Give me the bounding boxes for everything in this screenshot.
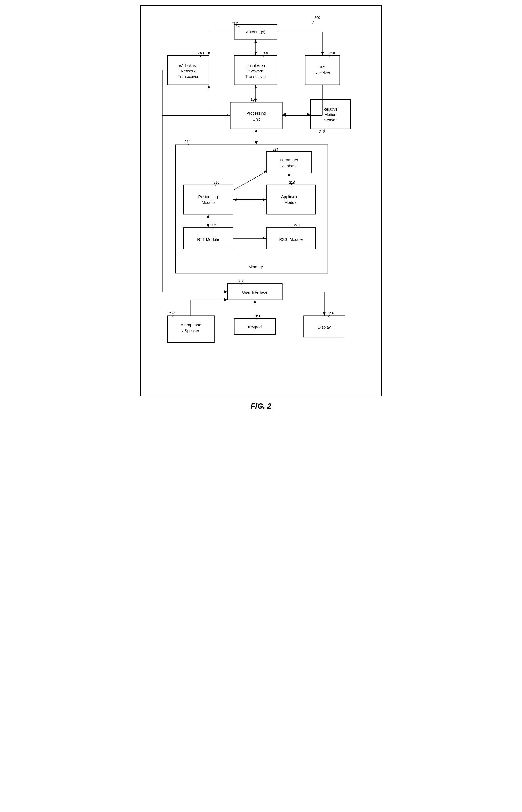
display-label: Display	[318, 325, 331, 329]
ui-label: User Interface	[242, 290, 267, 294]
mic-label-1: Microphone	[180, 322, 201, 327]
positioning-label-2: Module	[202, 200, 215, 205]
param-db-label-2: Database	[281, 163, 298, 168]
wan-label-2: Network	[181, 69, 196, 73]
arrow-ant-sps	[321, 52, 324, 55]
arrow-app-paramdb	[288, 173, 290, 176]
memory-box	[176, 145, 328, 273]
arrow-pos-rtt-down	[207, 224, 209, 228]
rssi-label: RSSI Module	[279, 237, 303, 241]
processing-label-2: Unit	[253, 117, 260, 121]
lan-label-3: Transceiver	[245, 74, 266, 79]
arrow-proc-mem-down	[255, 141, 258, 145]
arrow-pos-paramdb	[264, 170, 266, 173]
processing-box	[230, 102, 282, 129]
arrow-proc-wan	[208, 85, 210, 88]
ref-222: 222	[210, 223, 216, 227]
svg-line-10	[291, 185, 291, 186]
sps-label-2: Receiver	[314, 71, 330, 75]
sps-box	[305, 55, 340, 84]
positioning-box	[183, 185, 233, 214]
ref-208: 208	[329, 51, 335, 55]
svg-line-11	[213, 227, 213, 228]
arrow-proc-mem-up	[255, 129, 258, 132]
arrow-ui-display	[323, 312, 326, 316]
memory-label: Memory	[248, 265, 263, 269]
application-label-2: Module	[284, 200, 298, 205]
diagram-svg: 200 Antenna(s) 202 Wide Area Network Tra…	[152, 14, 370, 388]
arrow-mic-ui	[224, 298, 228, 301]
svg-line-13	[242, 283, 242, 285]
rms-label-3: Sensor	[324, 118, 337, 122]
processing-label-1: Processing	[246, 111, 266, 115]
ref-252: 252	[169, 311, 175, 315]
param-db-label-1: Parameter	[280, 158, 299, 162]
arrow-ant-wan	[208, 52, 210, 55]
svg-line-1	[236, 25, 240, 27]
positioning-label-1: Positioning	[198, 194, 218, 199]
page-container: 200 Antenna(s) 202 Wide Area Network Tra…	[140, 5, 382, 413]
lan-label-1: Local Area	[246, 63, 265, 68]
keypad-label: Keypad	[248, 325, 262, 329]
mic-label-2: / Speaker	[182, 328, 199, 333]
ref-256: 256	[328, 311, 334, 315]
wan-label-1: Wide Area	[179, 63, 197, 68]
ref-250: 250	[239, 279, 244, 283]
ref-204: 204	[198, 51, 204, 55]
application-label-1: Application	[281, 194, 301, 199]
ref-206: 206	[262, 51, 268, 55]
arrow-pos-app	[263, 198, 266, 201]
ref-214: 214	[184, 140, 190, 143]
ref-200: 200	[314, 16, 320, 20]
rtt-label: RTT Module	[197, 237, 219, 241]
arrow-ant-lan-up	[254, 39, 257, 43]
ref-254: 254	[254, 314, 260, 318]
wan-label-3: Transceiver	[178, 74, 199, 79]
ref-202: 202	[232, 21, 238, 25]
diagram-border: 200 Antenna(s) 202 Wide Area Network Tra…	[140, 5, 382, 397]
arrow-wan-proc	[227, 114, 230, 117]
arrow-proc-ui	[224, 290, 228, 293]
arrow-pos-rtt-up	[207, 214, 209, 218]
application-box	[266, 185, 316, 214]
arrow-app-pos	[233, 198, 237, 201]
arrow-keypad-ui	[254, 300, 256, 303]
ref-218: 218	[289, 180, 295, 185]
svg-line-9	[216, 185, 216, 186]
sps-label-1: SPS	[318, 65, 326, 69]
param-db-box	[266, 151, 312, 173]
arrow-rtt-rssi	[263, 237, 266, 240]
ref-220: 220	[294, 223, 300, 227]
rms-label-2: Motion	[324, 112, 336, 117]
ref-224: 224	[273, 147, 278, 151]
conn-pos-paramdb	[233, 172, 266, 190]
antenna-label: Antenna(s)	[246, 30, 265, 34]
svg-line-0	[312, 20, 314, 24]
lan-label-2: Network	[248, 69, 263, 73]
arrow-ant-lan-down	[254, 52, 257, 55]
rms-label-1: Relative	[323, 107, 338, 111]
arrow-lan-up	[254, 85, 257, 88]
ref-216: 216	[214, 180, 219, 185]
fig-label: FIG. 2	[140, 402, 382, 410]
arrow-rms-right	[307, 113, 310, 115]
